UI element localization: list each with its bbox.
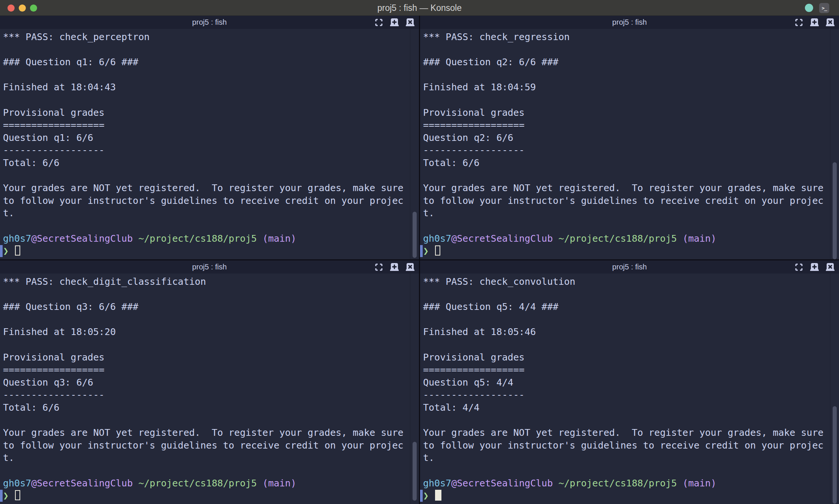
scrollbar-thumb[interactable] [833,406,837,504]
terminal-line: Finished at 18:04:59 [423,81,830,94]
pane-title: proj5 : fish [420,260,839,274]
terminal-screen[interactable]: *** PASS: check_digit_classification ###… [0,274,419,504]
terminal-line: *** PASS: check_digit_classification [3,275,410,288]
terminal-line: ------------------ [423,389,830,401]
terminal-line: Question q2: 6/6 [423,132,830,144]
close-view-button[interactable] [825,17,835,27]
prompt-input-line: ❯ [423,245,830,257]
terminal-line: ### Question q1: 6/6 ### [3,56,410,69]
expand-view-button[interactable] [374,262,384,272]
prompt-line: gh0s7@SecretSealingClub ~/project/cs188/… [3,477,410,490]
expand-view-button[interactable] [794,262,804,272]
terminal-line [3,464,410,477]
terminal-line: *** PASS: check_convolution [423,275,830,288]
konsole-terminal-icon: >_ [819,3,829,13]
terminal-line: t. [423,207,830,220]
terminal-line: to follow your instructor's guidelines t… [3,439,410,452]
terminal-line: to follow your instructor's guidelines t… [423,439,830,452]
scrollbar[interactable] [830,274,839,504]
terminal-pane-bottom-left: proj5 : fish *** PASS: check_digit_class… [0,260,419,504]
prompt-marker [420,245,423,257]
scrollbar-thumb[interactable] [833,162,837,259]
terminal-line: Finished at 18:05:20 [3,326,410,338]
prompt-path: ~/project/cs188/proj5 [133,233,262,244]
window-titlebar: proj5 : fish — Konsole >_ [0,0,839,16]
terminal-line: t. [3,452,410,464]
terminal-line: to follow your instructor's guidelines t… [3,194,410,207]
terminal-screen[interactable]: *** PASS: check_convolution ### Question… [420,274,839,504]
terminal-line: ------------------ [3,144,410,157]
prompt-marker [0,245,3,257]
prompt-user: gh0s7 [3,233,31,244]
terminal-line: ### Question q2: 6/6 ### [423,56,830,69]
terminal-line: Your grades are NOT yet registered. To r… [423,426,830,439]
prompt-line: gh0s7@SecretSealingClub ~/project/cs188/… [423,232,830,245]
terminal-line: Provisional grades [3,351,410,364]
scrollbar[interactable] [410,29,419,259]
expand-view-button[interactable] [374,17,384,27]
terminal-line [3,414,410,427]
terminal-line: ------------------ [3,389,410,401]
close-view-button[interactable] [825,262,835,272]
terminal-line: Provisional grades [3,106,410,119]
terminal-line [3,169,410,182]
expand-view-button[interactable] [794,17,804,27]
split-plus-icon [809,18,820,27]
split-view-button[interactable] [809,17,820,27]
prompt-branch: (main) [262,233,296,244]
terminal-line: Total: 6/6 [3,401,410,414]
scrollbar-thumb[interactable] [413,442,417,501]
terminal-line: Question q5: 4/4 [423,376,830,389]
split-view-container: proj5 : fish *** PASS: check_perceptron … [0,16,839,504]
split-view-button[interactable] [809,262,820,272]
terminal-screen[interactable]: *** PASS: check_regression ### Question … [420,29,839,259]
split-view-button[interactable] [389,17,399,27]
terminal-line [423,43,830,56]
pane-title: proj5 : fish [420,16,839,29]
terminal-screen[interactable]: *** PASS: check_perceptron ### Question … [0,29,419,259]
scrollbar-thumb[interactable] [413,212,417,258]
close-view-button[interactable] [405,17,415,27]
terminal-line: ### Question q3: 6/6 ### [3,301,410,313]
expand-icon [794,263,803,272]
prompt-branch: (main) [262,478,296,489]
terminal-line: Finished at 18:05:46 [423,326,830,338]
terminal-line: ================== [3,363,410,376]
split-view-button[interactable] [389,262,399,272]
close-x-icon [825,263,835,272]
prompt-user: gh0s7 [3,478,31,489]
split-plus-icon [809,263,820,272]
terminal-line [423,414,830,427]
terminal-cursor [15,490,20,500]
terminal-line: Question q3: 6/6 [3,376,410,389]
terminal-line: ### Question q5: 4/4 ### [423,301,830,313]
terminal-line: Total: 6/6 [423,157,830,169]
terminal-line [423,288,830,301]
prompt-host: @SecretSealingClub [451,478,553,489]
prompt-line: gh0s7@SecretSealingClub ~/project/cs188/… [423,477,830,490]
expand-icon [374,263,383,272]
terminal-pane-top-left: proj5 : fish *** PASS: check_perceptron … [0,16,419,259]
pane-titlebar: proj5 : fish [0,16,419,29]
terminal-line [423,464,830,477]
terminal-line [3,338,410,351]
prompt-user: gh0s7 [423,233,451,244]
terminal-line: ================== [423,363,830,376]
prompt-input-line: ❯ [3,245,410,257]
terminal-line: t. [3,207,410,220]
prompt-path: ~/project/cs188/proj5 [553,478,682,489]
prompt-path: ~/project/cs188/proj5 [133,478,262,489]
expand-icon [374,18,383,27]
scrollbar[interactable] [410,274,419,504]
tab-color-indicator-icon [805,4,813,12]
terminal-line: Provisional grades [423,351,830,364]
terminal-line [3,69,410,81]
terminal-line: Your grades are NOT yet registered. To r… [3,426,410,439]
prompt-path: ~/project/cs188/proj5 [553,233,682,244]
close-view-button[interactable] [405,262,415,272]
terminal-pane-top-right: proj5 : fish *** PASS: check_regression … [420,16,839,259]
pane-title: proj5 : fish [0,260,419,274]
scrollbar[interactable] [830,29,839,259]
terminal-line: Your grades are NOT yet registered. To r… [423,182,830,194]
pane-titlebar: proj5 : fish [0,260,419,274]
